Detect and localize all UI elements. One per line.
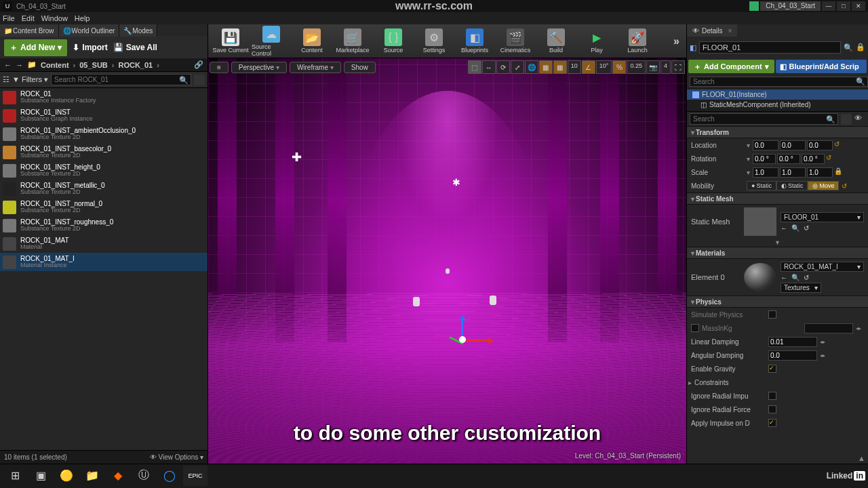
component-root[interactable]: FLOOR_01(Instance) (687, 89, 868, 100)
mobility-static[interactable]: ● Static (747, 181, 776, 190)
close-button[interactable]: ✕ (852, 1, 865, 11)
simulate-physics-checkbox[interactable] (768, 310, 776, 319)
tool-settings[interactable]: ⚙Settings (414, 26, 454, 57)
component-search[interactable] (690, 77, 868, 87)
tool-build[interactable]: 🔨Build (536, 26, 576, 57)
breadcrumb-rock[interactable]: ROCK_01 (118, 61, 153, 69)
app2-icon[interactable]: ◯ (157, 466, 182, 486)
component-child[interactable]: ◫StaticMeshComponent (Inherited) (687, 100, 868, 110)
scale-mode-icon[interactable]: ⤢ (511, 60, 524, 74)
use-icon[interactable]: ← (781, 224, 787, 232)
breadcrumb-sub[interactable]: 05_SUB (79, 61, 108, 69)
filters-button[interactable]: ▼ Filters ▾ (12, 75, 48, 84)
mesh-dropdown[interactable]: FLOOR_01▾ (781, 212, 864, 222)
layout-toggle[interactable] (194, 75, 205, 85)
visibility-icon[interactable]: 👁 (854, 114, 865, 125)
reset-icon[interactable]: ↺ (804, 274, 809, 281)
rot-x[interactable] (753, 154, 776, 164)
explorer-icon[interactable]: 📁 (80, 466, 104, 486)
section-static-mesh[interactable]: Static Mesh (687, 192, 868, 205)
view-wireframe[interactable]: Wireframe (290, 62, 341, 73)
use-icon[interactable]: ← (781, 274, 787, 281)
grid-snap-icon[interactable]: ▦ (553, 60, 567, 74)
ignore-radial-impulse-checkbox[interactable] (768, 392, 776, 400)
mass-input[interactable] (804, 323, 853, 333)
scale-x[interactable] (753, 167, 778, 178)
viewport-menu[interactable]: ≡ (210, 62, 229, 73)
mobility-stationary[interactable]: ◐ Static (776, 181, 808, 190)
section-materials[interactable]: Materials (687, 247, 868, 259)
property-matrix-icon[interactable] (841, 114, 852, 125)
blueprint-add-button[interactable]: ◧ Blueprint/Add Scrip (776, 60, 867, 73)
view-perspective[interactable]: Perspective (231, 62, 287, 73)
linear-damping-input[interactable] (768, 337, 817, 347)
angular-damping-input[interactable] (768, 350, 817, 361)
tab-details[interactable]: 👁 Details× (687, 24, 737, 37)
browse-icon[interactable]: 🔍 (791, 224, 800, 232)
mass-override-checkbox[interactable] (691, 324, 699, 332)
menu-edit[interactable]: Edit (22, 14, 35, 22)
surface-snap-icon[interactable]: ▦ (539, 60, 553, 74)
viewport-scene[interactable]: ✱ ✚ (208, 58, 686, 464)
translate-mode-icon[interactable]: ↔ (482, 60, 496, 74)
enable-gravity-checkbox[interactable] (768, 365, 776, 373)
toolbar-overflow[interactable]: » (669, 35, 684, 47)
scale-z[interactable] (807, 167, 833, 178)
import-button[interactable]: ⬇ Import (73, 43, 107, 52)
apply-impulse-checkbox[interactable] (768, 419, 776, 427)
tool-launch[interactable]: 🚀Launch (618, 26, 657, 57)
close-icon[interactable]: × (728, 27, 732, 35)
transform-gizmo[interactable] (442, 319, 483, 360)
path-lock-icon[interactable]: 🔗 (194, 60, 203, 69)
search-input[interactable] (51, 74, 191, 85)
scale-y[interactable] (780, 167, 806, 178)
scale-snap-icon[interactable]: % (612, 60, 626, 74)
mesh-thumbnail[interactable] (744, 207, 776, 236)
tool-source[interactable]: { }Source (374, 26, 413, 57)
app-icon[interactable]: ◆ (106, 466, 130, 486)
rot-z[interactable] (802, 154, 825, 164)
save-all-button[interactable]: 💾 Save All (113, 43, 157, 52)
epic-icon[interactable]: EPIC (183, 466, 208, 486)
angle-snap-value[interactable]: 10° (596, 60, 612, 74)
camera-speed-icon[interactable]: 📷 (646, 60, 660, 74)
asset-ROCK_01_INST_basecolor_0[interactable]: ROCK_01_INST_basecolor_0Substance Textur… (0, 143, 208, 161)
rot-y[interactable] (777, 154, 800, 164)
ignore-radial-force-checkbox[interactable] (768, 405, 776, 413)
section-physics[interactable]: Physics (687, 296, 868, 308)
project-tab[interactable]: Ch_04_03_Start (760, 1, 821, 11)
mobility-movable[interactable]: ◎ Move (808, 181, 839, 190)
notify-icon[interactable] (749, 1, 759, 11)
loc-y[interactable] (780, 140, 806, 150)
tool-blueprints[interactable]: ◧Blueprints (455, 26, 494, 57)
expand-tray-icon[interactable]: ▲ (858, 454, 865, 462)
camera-speed-value[interactable]: 4 (660, 60, 671, 74)
tool-marketplace[interactable]: 🛒Marketplace (333, 26, 372, 57)
nav-back-button[interactable]: ← (4, 61, 12, 69)
add-component-button[interactable]: ＋ Add Component ▾ (688, 60, 774, 73)
add-new-button[interactable]: ＋ Add New ▾ (4, 39, 67, 56)
tool-content[interactable]: 📂Content (292, 26, 332, 57)
asset-ROCK_01_INST_normal_0[interactable]: ROCK_01_INST_normal_0Substance Texture 2… (0, 198, 208, 216)
actor-name-field[interactable] (699, 41, 841, 54)
breadcrumb-content[interactable]: Content (41, 61, 69, 69)
scale-snap-value[interactable]: 0.25 (627, 60, 646, 74)
reset-icon[interactable]: ↺ (826, 154, 834, 164)
rotate-mode-icon[interactable]: ⟳ (496, 60, 510, 74)
tool-play[interactable]: ▶Play (577, 26, 616, 57)
view-options-button[interactable]: 👁 View Options ▾ (150, 453, 203, 461)
angle-snap-icon[interactable]: ∠ (582, 60, 595, 74)
material-thumbnail[interactable] (744, 263, 776, 291)
tool-source-control[interactable]: ☁Source Control (252, 26, 291, 57)
hierarchy-icon[interactable]: ☷ (3, 75, 9, 84)
lock-icon[interactable]: 🔒 (856, 43, 865, 52)
material-dropdown[interactable]: ROCK_01_MAT_I▾ (781, 262, 864, 272)
chrome-icon[interactable]: 🟡 (54, 466, 79, 486)
grid-snap-value[interactable]: 10 (568, 60, 581, 74)
tab-modes[interactable]: 🔧Modes (119, 24, 157, 37)
asset-ROCK_01_MAT_I[interactable]: ROCK_01_MAT_IMaterial Instance (0, 253, 208, 271)
select-mode-icon[interactable]: ⬚ (468, 60, 481, 74)
nav-forward-button[interactable]: → (16, 61, 23, 69)
browse-icon[interactable]: 🔍 (844, 43, 853, 52)
maximize-viewport-icon[interactable]: ⛶ (671, 60, 685, 74)
